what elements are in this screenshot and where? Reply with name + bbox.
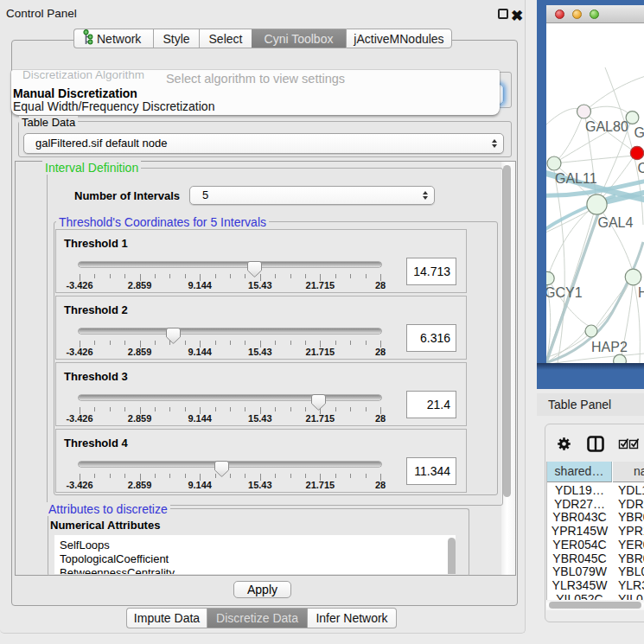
- svg-text:GAL4: GAL4: [598, 215, 634, 230]
- svg-text:G: G: [634, 125, 644, 140]
- svg-text:GAL11: GAL11: [555, 171, 597, 186]
- svg-text:HAP2: HAP2: [591, 340, 628, 354]
- svg-text:H: H: [638, 285, 644, 300]
- svg-text:GCY1: GCY1: [546, 285, 583, 300]
- svg-text:C: C: [638, 161, 644, 175]
- svg-text:GAL80: GAL80: [585, 119, 628, 134]
